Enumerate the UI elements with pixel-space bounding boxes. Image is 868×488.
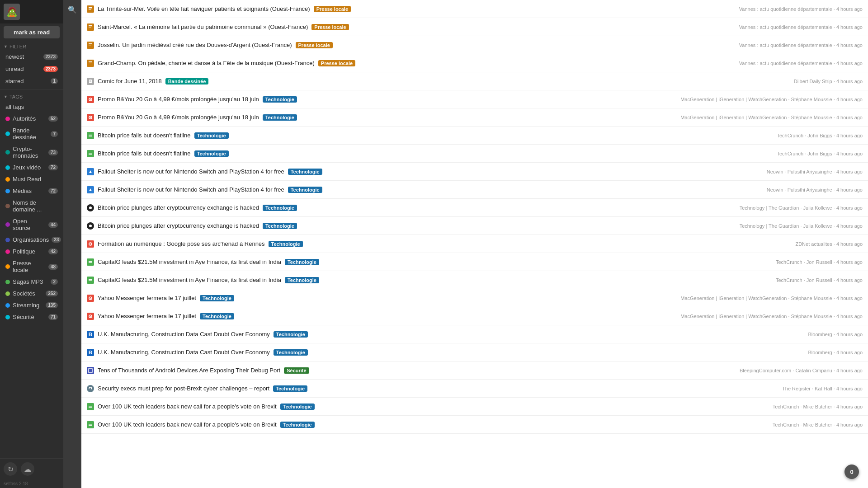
feed-icon [87, 114, 94, 121]
news-item[interactable]: Promo B&You 20 Go à 4,99 €/mois prolongé… [81, 108, 868, 127]
news-item[interactable]: B U.K. Manufacturing, Construction Data … [81, 343, 868, 361]
sidebar-item-unread[interactable]: unread 2373 [2, 63, 61, 75]
sidebar-item-tag-medias[interactable]: Médias 72 [2, 185, 61, 197]
sidebar-item-tag-politique[interactable]: Politique 42 [2, 246, 61, 257]
sidebar-item-tag-jeux-video[interactable]: Jeux vidéo 72 [2, 162, 61, 173]
svg-rect-22 [89, 154, 92, 155]
feed-icon [87, 96, 94, 103]
sidebar-item-tag-sagas-mp3[interactable]: Sagas MP3 2 [2, 276, 61, 287]
feed-icon [87, 23, 94, 31]
feed-icon [87, 295, 94, 302]
tags-arrow: ▼ [4, 94, 8, 99]
tag-count: 23 [52, 237, 61, 243]
news-item[interactable]: Over 100 UK tech leaders back new call f… [81, 398, 868, 416]
news-title: Yahoo Messenger fermera le 17 juillet [98, 295, 196, 301]
news-item[interactable]: CapitalG leads $21.5M investment in Aye … [81, 253, 868, 271]
sidebar: 🧟 mark as read ▼ FILTER newest 2373 unre… [0, 0, 63, 488]
svg-rect-14 [90, 81, 91, 82]
svg-marker-24 [89, 188, 92, 191]
sidebar-item-starred[interactable]: starred 1 [2, 75, 61, 87]
tag-label: all tags [5, 103, 58, 110]
search-button[interactable]: 🔍 [66, 4, 79, 16]
cloud-icon[interactable]: ☁ [21, 462, 34, 476]
mark-as-read-button[interactable]: mark as read [4, 26, 60, 38]
news-title: Bitcoin price plunges after cryptocurren… [98, 222, 259, 229]
refresh-icon[interactable]: ↻ [4, 462, 17, 476]
news-item[interactable]: Security execs must prep for post-Brexit… [81, 380, 868, 398]
sidebar-item-tag-presse-locale[interactable]: Presse locale 48 [2, 258, 61, 276]
tag-dot [5, 303, 10, 308]
news-title: Fallout Shelter is now out for Nintendo … [98, 168, 284, 175]
unread-label: unread [5, 66, 41, 72]
news-item[interactable]: Fallout Shelter is now out for Nintendo … [81, 163, 868, 181]
feed-icon [87, 78, 94, 85]
svg-rect-39 [89, 406, 92, 407]
news-item[interactable]: Bitcoin price plunges after cryptocurren… [81, 217, 868, 235]
sidebar-item-tag-open-source[interactable]: Open source 44 [2, 216, 61, 234]
svg-point-34 [90, 298, 91, 299]
news-item[interactable]: Formation au numérique : Google pose ses… [81, 235, 868, 253]
sidebar-item-tag-organisations[interactable]: Organisations 23 [2, 234, 61, 245]
svg-point-18 [90, 117, 91, 118]
tag-count: 48 [48, 264, 58, 270]
news-item[interactable]: Josselin. Un jardin médiéval créé rue de… [81, 36, 868, 54]
tag-count: 72 [48, 188, 58, 194]
news-title: Yahoo Messenger fermera le 17 juillet [98, 313, 196, 319]
tag-label: Presse locale [13, 260, 46, 273]
news-tag: Technologie [288, 187, 322, 193]
news-tag: Technologie [263, 114, 297, 121]
sidebar-item-newest[interactable]: newest 2373 [2, 51, 61, 62]
feed-icon: B [87, 349, 94, 356]
news-item[interactable]: Promo B&You 20 Go à 4,99 €/mois prolongé… [81, 90, 868, 108]
sidebar-item-tag-societes[interactable]: Sociétés 252 [2, 288, 61, 299]
sidebar-item-tag-securite[interactable]: Sécurité 71 [2, 311, 61, 323]
sidebar-item-tag-all-tags[interactable]: all tags [2, 101, 61, 113]
news-title: Saint-Marcel. « La mémoire fait partie d… [98, 23, 308, 30]
float-badge[interactable]: 0 [844, 465, 859, 479]
sidebar-item-tag-noms-de-domaine[interactable]: Noms de domaine ... [2, 197, 61, 215]
news-item[interactable]: Yahoo Messenger fermera le 17 juillet Te… [81, 289, 868, 307]
svg-rect-4 [89, 27, 92, 27]
tag-label: Streaming [13, 302, 43, 309]
news-tag: Technologie [194, 132, 229, 139]
news-meta: Vannes : actu quotidienne départementale… [739, 61, 863, 66]
sidebar-item-tag-bande-dessinee[interactable]: Bande dessinée 7 [2, 125, 61, 143]
news-tag: Bande dessinée [165, 78, 209, 84]
news-item[interactable]: Bitcoin price plunges after cryptocurren… [81, 199, 868, 217]
news-item[interactable]: Grand-Champ. On pédale, chante et danse … [81, 54, 868, 72]
news-item[interactable]: Fallout Shelter is now out for Nintendo … [81, 181, 868, 199]
feed-icon [87, 222, 94, 230]
news-item[interactable]: Tens of Thousands of Android Devices Are… [81, 361, 868, 380]
news-meta: MacGeneration | iGeneration | WatchGener… [680, 314, 863, 319]
tag-dot [5, 165, 10, 170]
news-meta: Bloomberg · 4 hours ago [808, 350, 863, 355]
sidebar-item-tag-crypto-monnaies[interactable]: Crypto-monnaies 73 [2, 143, 61, 161]
svg-rect-11 [89, 64, 91, 64]
svg-rect-8 [89, 46, 91, 46]
news-item[interactable]: CapitalG leads $21.5M investment in Aye … [81, 271, 868, 289]
sidebar-item-tag-streaming[interactable]: Streaming 135 [2, 300, 61, 311]
tag-dot [5, 150, 10, 155]
svg-rect-10 [89, 63, 92, 63]
news-item[interactable]: Over 100 UK tech leaders back new call f… [81, 416, 868, 434]
tag-count: 71 [48, 314, 58, 320]
news-item[interactable]: Bitcoin price falls but doesn't flatline… [81, 145, 868, 163]
tag-count: 2 [51, 279, 58, 285]
news-item[interactable]: Comic for June 11, 2018 Bande dessinée D… [81, 72, 868, 90]
feed-icon [87, 186, 94, 193]
news-meta: TechCrunch · Mike Butcher · 4 hours ago [773, 422, 863, 427]
sidebar-item-tag-must-read[interactable]: Must Read [2, 174, 61, 185]
tag-dot [5, 222, 10, 227]
feed-icon [87, 385, 94, 392]
news-item[interactable]: B U.K. Manufacturing, Construction Data … [81, 325, 868, 343]
news-item[interactable]: Bitcoin price falls but doesn't flatline… [81, 127, 868, 145]
news-item[interactable]: La Trinité-sur-Mer. Voile en tête fait n… [81, 0, 868, 18]
news-meta: Dilbert Daily Strip · 4 hours ago [794, 79, 863, 84]
news-item[interactable]: Yahoo Messenger fermera le 17 juillet Te… [81, 307, 868, 325]
news-meta: Vannes : actu quotidienne départementale… [739, 42, 863, 48]
news-item[interactable]: Saint-Marcel. « La mémoire fait partie d… [81, 18, 868, 36]
news-meta: Neowin · Pulasthi Ariyasinghe · 4 hours … [767, 187, 863, 192]
news-meta: MacGeneration | iGeneration | WatchGener… [680, 97, 863, 102]
tag-label: Sociétés [13, 290, 43, 297]
sidebar-item-tag-autorites[interactable]: Autorités 52 [2, 113, 61, 124]
